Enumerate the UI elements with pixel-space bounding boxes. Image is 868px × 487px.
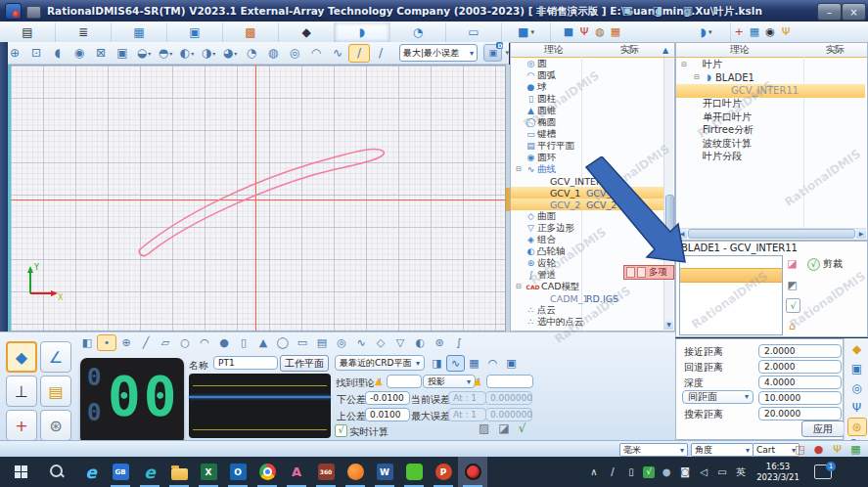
realtime-checkbox[interactable]: √ [335, 424, 347, 437]
tree-item-selected-pointcloud[interactable]: ∴ 选中的点云 [511, 316, 663, 328]
taskbar-wechat[interactable] [399, 457, 429, 487]
view-iso1-icon[interactable]: ◔ [241, 44, 262, 63]
arc-display-toggle[interactable]: ◠ [483, 355, 502, 372]
arc-feature-icon[interactable]: ◠ [195, 334, 214, 351]
tree-item-gcv-inter11[interactable]: GCV_INTER11 [676, 84, 865, 98]
tree-item-gcv-1[interactable]: GCV_1 GCV_1 [511, 187, 663, 199]
taskbar-designer[interactable]: A [282, 457, 311, 487]
table-display-toggle[interactable]: ▦ [465, 355, 483, 372]
cylinder-feature-icon[interactable]: ▯ [234, 334, 253, 351]
taskbar-clock[interactable]: 16:53 2023/3/21 [753, 462, 803, 482]
viewport-canvas[interactable]: Y X [8, 65, 506, 332]
tab-probe-tool-small[interactable]: Ψ [778, 22, 794, 42]
tree-item-sphere[interactable]: ● 球 [511, 81, 663, 93]
plane-feature-icon[interactable]: ▱ [156, 334, 175, 351]
chevron-down-icon[interactable]: ▾ [505, 49, 509, 57]
expander-icon[interactable]: ⊟ [516, 165, 525, 173]
view-right-icon[interactable]: ◑ [198, 44, 219, 63]
tree-item-parallel-planes[interactable]: ▤ 平行平面 [511, 140, 663, 152]
window-switch-icon[interactable]: ◨ [647, 3, 668, 18]
point-feature-icon[interactable]: • [97, 334, 116, 351]
probe-tool-icon[interactable]: Ψ [847, 398, 867, 417]
tab-camera-small[interactable]: ◉ [762, 22, 778, 42]
view-iso2-icon[interactable]: ◍ [262, 44, 284, 63]
cube-display-toggle[interactable]: ▣ [502, 355, 521, 372]
cam-feature-icon[interactable]: ◐ [410, 334, 430, 351]
tab-ink-bottle[interactable]: ◆ [279, 22, 335, 42]
tree-header[interactable]: 理论 实际 [676, 43, 867, 58]
lower-tol-input[interactable]: -0.0100 [365, 391, 410, 405]
tree-item-cad-model[interactable]: ⊟ CAD CAD模型 [511, 281, 663, 292]
view-front-icon[interactable]: ◒ [133, 44, 155, 63]
tree-item-curve[interactable]: ⊟ ∿ 曲线 [511, 163, 663, 175]
apply-button[interactable]: 应用 [801, 421, 845, 437]
scroll-left-icon[interactable]: ◀ [677, 229, 687, 239]
curve-display-icon[interactable]: ∿ [327, 44, 348, 63]
full-screen-icon[interactable]: ▣ [112, 44, 133, 63]
param-value-field[interactable]: 20.0000 [758, 407, 842, 421]
curve-feature-icon[interactable]: ∿ [351, 334, 371, 351]
tree-header[interactable]: 理论 实际 ▲ [511, 43, 674, 58]
machine-setup-button[interactable]: ⊛ [40, 410, 71, 441]
axis-feature-icon[interactable]: ⊕ [116, 334, 136, 351]
taskbar-word[interactable]: W [370, 457, 399, 487]
clip-checkbox[interactable]: √ 剪裁 [807, 257, 843, 271]
notification-icon[interactable]: 1 [814, 465, 832, 479]
taskbar-rationaldmis[interactable] [458, 457, 487, 487]
taskbar-powerpoint[interactable]: P [429, 457, 458, 487]
title-bar[interactable]: RationalDMIS64-SR(TM) V2023.1 External-A… [0, 0, 868, 22]
param-value-field[interactable]: 4.0000 [758, 376, 842, 389]
pen-annotate-icon[interactable]: / [348, 44, 370, 63]
tree-item-blade1[interactable]: ⊟ ◗ BLADE1 [676, 71, 865, 85]
view-top-icon[interactable]: ◕ [219, 44, 241, 63]
expander-icon[interactable]: ⊟ [681, 61, 690, 68]
param-value-field[interactable]: 2.0000 [758, 360, 842, 374]
tree-item-pointcloud[interactable]: ∴ 点云 [511, 304, 663, 316]
circle-feature-icon[interactable]: ○ [175, 334, 195, 351]
tray-device-icon[interactable]: ▯ [624, 466, 638, 477]
line-feature-icon[interactable]: ╱ [136, 334, 156, 351]
tree-item-gcv-2[interactable]: GCV_2 GCV_2 [511, 199, 663, 210]
tray-pen-icon[interactable]: / [606, 466, 619, 477]
close-button[interactable]: × [842, 3, 866, 21]
slot-feature-icon[interactable]: ▭ [293, 334, 312, 351]
color-picker-icon[interactable]: ◧ [77, 334, 97, 351]
tray-camera-icon[interactable]: ◙ [678, 466, 692, 477]
param-value-field[interactable]: 10.0000 [758, 391, 842, 405]
multi-select-overlay[interactable]: 多项 [623, 265, 674, 280]
polygon-feature-icon[interactable]: ▽ [390, 334, 410, 351]
found-theory-input[interactable] [387, 375, 422, 388]
units-select[interactable]: 毫米▾ [619, 443, 688, 457]
tab-caliper-small[interactable]: Ψ [576, 22, 592, 42]
start-button[interactable] [0, 457, 41, 487]
view-back-icon[interactable]: ◓ [155, 44, 176, 63]
axis-triad-button[interactable]: + [6, 410, 37, 441]
tree-item-gcv-inter1[interactable]: GCV_INTER1 [511, 175, 663, 187]
tab-cube-small[interactable]: ■ [561, 22, 576, 42]
sort-up-icon[interactable]: ▲ [662, 46, 674, 55]
report-status-icon[interactable]: ▦ [848, 442, 863, 456]
probe-status-icon[interactable]: Ψ [830, 442, 845, 456]
tray-cloud-icon[interactable]: ● [660, 466, 673, 477]
caliper-tool-button[interactable]: ∠ [40, 341, 71, 373]
projection-input[interactable] [486, 375, 533, 388]
section-listbox[interactable] [679, 255, 783, 335]
workpiece-corner-icon[interactable]: ◳ [793, 442, 807, 456]
tab-axis-small[interactable]: + [731, 22, 747, 42]
tree-item-ellipse[interactable]: ◯ 椭圆 [511, 116, 663, 128]
selected-list-row[interactable] [680, 268, 782, 283]
confirm-icon[interactable]: √ [519, 421, 526, 435]
probe-sensor-button[interactable]: ⊥ [6, 376, 37, 407]
scrollbar-thumb[interactable] [688, 229, 855, 239]
tab-document[interactable]: ≣ [56, 22, 112, 42]
scroll-down-icon[interactable]: ▼ [664, 320, 673, 330]
fit-view-icon[interactable]: ⊠ [90, 44, 112, 63]
workplane-button[interactable]: 工作平面 [280, 355, 329, 372]
tab-grid-small[interactable]: ▦ [747, 22, 762, 42]
tree-item-blade-root[interactable]: ⊟ 叶片 [676, 58, 865, 71]
probe-display-toggle[interactable]: ◨ [428, 355, 446, 372]
tree-item-circle[interactable]: ◎ 圆 [511, 58, 663, 69]
horizontal-scrollbar[interactable]: ◀ ▶ [677, 228, 866, 239]
tab-monitor-view[interactable]: ▭ [446, 22, 502, 42]
device-monitor-icon[interactable]: ▣ [617, 3, 638, 18]
